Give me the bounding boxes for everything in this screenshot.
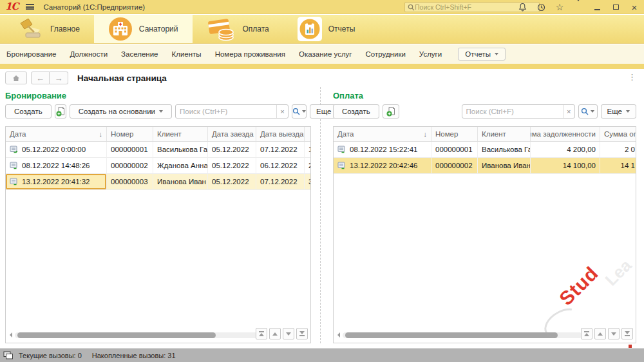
cell-number: 000000003 bbox=[107, 174, 153, 189]
service-menu-icon[interactable] bbox=[574, 2, 583, 12]
menu-item-okazanie-uslug[interactable]: Оказание услуг bbox=[299, 50, 352, 58]
tab-otchety[interactable]: Отчеты bbox=[283, 15, 369, 43]
column-header-checkout[interactable]: Дата выезда bbox=[256, 127, 305, 141]
create-copy-button[interactable] bbox=[55, 104, 66, 119]
booking-search-input[interactable] bbox=[176, 108, 276, 115]
go-last-button[interactable] bbox=[296, 328, 308, 339]
menu-item-uslugi[interactable]: Услуги bbox=[419, 50, 442, 58]
current-calls: Текущие вызовы: 0 bbox=[19, 352, 82, 359]
search-options-button[interactable] bbox=[292, 104, 307, 119]
column-label: Дата bbox=[337, 130, 354, 138]
main-menu-icon[interactable] bbox=[26, 4, 34, 10]
cell-client: Жданова Анна ... bbox=[153, 158, 208, 173]
menu-item-zaselenie[interactable]: Заселение bbox=[121, 50, 158, 58]
notifications-bell-icon[interactable] bbox=[518, 2, 527, 12]
payment-table-header: Дата ↓ Номер Клиент Сумма задолженности … bbox=[334, 127, 636, 142]
horizontal-scrollbar[interactable] bbox=[337, 331, 587, 339]
cell-checkin: 05.12.2022 bbox=[208, 158, 256, 173]
go-first-button[interactable] bbox=[256, 328, 267, 339]
scroll-track[interactable] bbox=[15, 332, 258, 338]
go-next-button[interactable] bbox=[283, 328, 294, 339]
close-icon[interactable]: × bbox=[630, 2, 639, 12]
menu-item-nomera[interactable]: Номера проживания bbox=[215, 50, 285, 58]
go-prev-button[interactable] bbox=[594, 328, 606, 339]
table-row[interactable]: 08.12.2022 15:22:41 000000001 Василькова… bbox=[334, 142, 636, 158]
subsystem-ribbon: Главное Санаторий bbox=[0, 15, 644, 44]
column-header-client[interactable]: Клиент bbox=[478, 127, 531, 141]
horizontal-scrollbar[interactable] bbox=[10, 331, 263, 339]
column-header-number[interactable]: Номер bbox=[431, 127, 478, 141]
column-header-client[interactable]: Клиент bbox=[153, 127, 208, 141]
booking-search[interactable]: × bbox=[175, 104, 289, 119]
menu-item-klienty[interactable]: Клиенты bbox=[172, 50, 202, 58]
chevron-down-icon bbox=[626, 110, 630, 113]
reports-dropdown-button[interactable]: Отчеты bbox=[458, 48, 506, 61]
minimize-icon[interactable] bbox=[592, 2, 601, 12]
scroll-left-icon[interactable] bbox=[10, 332, 12, 338]
table-row-selected[interactable]: 13.12.2022 20:42:46 000000002 Иванова Ив… bbox=[334, 158, 636, 174]
cell-date-text: 08.12.2022 14:48:26 bbox=[22, 162, 90, 169]
more-button[interactable]: Еще bbox=[601, 104, 636, 119]
column-header-paid[interactable]: Сумма опл bbox=[600, 127, 636, 141]
cell-clipped: 1 bbox=[305, 142, 311, 157]
home-button[interactable] bbox=[5, 71, 27, 84]
create-based-on-button[interactable]: Создать на основании bbox=[70, 104, 172, 119]
table-row[interactable]: 05.12.2022 0:00:00 000000001 Василькова … bbox=[6, 142, 310, 158]
forward-button[interactable]: → bbox=[50, 71, 68, 84]
favorites-star-icon[interactable]: ☆ bbox=[555, 2, 564, 12]
go-prev-button[interactable] bbox=[269, 328, 281, 339]
cell-number: 000000002 bbox=[431, 158, 478, 173]
column-header-date[interactable]: Дата ↓ bbox=[334, 127, 431, 141]
cell-clipped: 2 bbox=[305, 158, 311, 173]
create-button[interactable]: Создать bbox=[5, 104, 52, 119]
table-row[interactable]: 08.12.2022 14:48:26 000000002 Жданова Ан… bbox=[6, 158, 310, 174]
scroll-thumb[interactable] bbox=[17, 332, 216, 338]
chevron-down-icon bbox=[302, 110, 306, 113]
maximize-icon[interactable] bbox=[611, 2, 620, 12]
scroll-left-icon[interactable] bbox=[337, 332, 340, 338]
go-first-button[interactable] bbox=[581, 328, 592, 339]
chevron-down-icon bbox=[159, 110, 163, 113]
create-based-on-label: Создать на основании bbox=[79, 108, 155, 115]
go-next-button[interactable] bbox=[608, 328, 620, 339]
tab-oplata[interactable]: Оплата bbox=[193, 15, 283, 43]
more-options-icon[interactable]: ⋮ bbox=[628, 73, 636, 81]
scroll-track[interactable] bbox=[343, 332, 582, 338]
history-icon[interactable] bbox=[536, 2, 545, 12]
scroll-thumb[interactable] bbox=[345, 332, 558, 338]
accumulated-calls: Накопленные вызовы: 31 bbox=[92, 352, 176, 359]
section-menubar: Бронирование Должности Заселение Клиенты… bbox=[0, 44, 644, 64]
menu-item-sotrudniki[interactable]: Сотрудники bbox=[366, 50, 406, 58]
tab-label: Санаторий bbox=[139, 24, 178, 33]
clear-search-icon[interactable]: × bbox=[276, 105, 288, 118]
cell-client: Василькова Гал... bbox=[478, 142, 531, 157]
cell-client: Иванова Иван ... bbox=[153, 174, 208, 189]
create-copy-button[interactable] bbox=[383, 104, 399, 119]
column-header-checkin[interactable]: Дата заезда bbox=[208, 127, 256, 141]
cell-number: 000000002 bbox=[107, 158, 153, 173]
document-icon bbox=[337, 146, 346, 153]
create-button[interactable]: Создать bbox=[333, 104, 379, 119]
window-title: Санаторий (1С:Предприятие) bbox=[43, 3, 145, 11]
page-title: Начальная страница bbox=[77, 73, 167, 83]
navigation-toolbar: ← → Начальная страница ⋮ bbox=[0, 69, 644, 87]
tab-glavnoe[interactable]: Главное bbox=[3, 15, 94, 43]
home-icon bbox=[12, 75, 20, 82]
cell-checkin: 05.12.2022 bbox=[208, 142, 256, 157]
column-header-number[interactable]: Номер bbox=[107, 127, 153, 141]
chevron-down-icon bbox=[591, 110, 594, 113]
payment-search[interactable]: × bbox=[462, 104, 575, 119]
table-row-selected[interactable]: 13.12.2022 20:41:32 000000003 Иванова Ив… bbox=[6, 174, 310, 190]
payment-search-input[interactable] bbox=[462, 108, 563, 115]
list-navigation-buttons bbox=[254, 328, 308, 339]
menu-item-bronirovanie[interactable]: Бронирование bbox=[6, 50, 56, 58]
menu-item-dolzhnosti[interactable]: Должности bbox=[70, 50, 108, 58]
column-header-date[interactable]: Дата ↓ bbox=[6, 127, 107, 141]
back-button[interactable]: ← bbox=[31, 71, 50, 84]
search-options-button[interactable] bbox=[578, 104, 598, 119]
column-header-debt[interactable]: Сумма задолженности bbox=[531, 127, 600, 141]
go-last-button[interactable] bbox=[621, 328, 633, 339]
column-header-clipped[interactable] bbox=[305, 127, 311, 141]
tab-sanatoriy[interactable]: Санаторий bbox=[94, 15, 193, 43]
clear-search-icon[interactable]: × bbox=[563, 105, 574, 118]
